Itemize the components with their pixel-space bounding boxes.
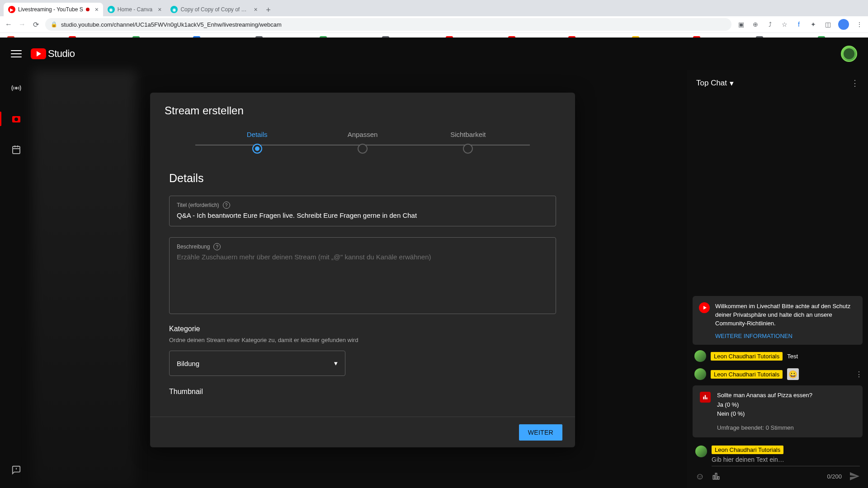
stepper: Details Anpassen Sichtbarkeit (150, 122, 575, 159)
create-stream-modal: Stream erstellen Details Anpassen (150, 93, 575, 447)
next-button[interactable]: WEITER (519, 424, 562, 441)
poll-icon (700, 392, 711, 403)
youtube-studio-app: Studio Stream erstellen (0, 38, 868, 488)
description-field[interactable]: Beschreibung ? (169, 237, 556, 314)
url-input[interactable]: 🔒 studio.youtube.com/channel/UC1a5FWVn0g… (45, 18, 731, 31)
youtube-icon (31, 48, 46, 59)
browser-tab-active[interactable]: ▶ Livestreaming - YouTube S × (4, 3, 103, 16)
left-rail (0, 70, 33, 488)
section-title: Details (169, 172, 556, 185)
help-icon[interactable]: ? (223, 202, 230, 209)
share-icon[interactable]: ⤴ (766, 20, 774, 28)
svg-rect-4 (703, 397, 704, 399)
svg-rect-8 (716, 473, 717, 479)
send-icon[interactable] (849, 471, 860, 482)
modal-title: Stream erstellen (150, 93, 575, 122)
tab-strip: ▶ Livestreaming - YouTube S × ◉ Home - C… (0, 0, 868, 16)
author-badge[interactable]: Leon Chaudhari Tutorials (711, 370, 783, 379)
youtube-favicon: ▶ (8, 6, 15, 13)
new-tab-button[interactable]: + (262, 4, 275, 16)
svg-rect-9 (718, 477, 719, 479)
back-icon[interactable]: ← (5, 20, 13, 28)
tab-title: Livestreaming - YouTube S (18, 6, 83, 13)
more-info-link[interactable]: WEITERE INFORMATIONEN (715, 333, 856, 339)
modal-body[interactable]: Details Titel (erforderlich) ? Beschreib… (150, 159, 575, 417)
zoom-icon[interactable]: ⊕ (751, 20, 760, 28)
poll-icon[interactable] (712, 472, 721, 481)
lock-icon: 🔒 (51, 21, 57, 28)
more-icon[interactable]: ⋮ (855, 370, 863, 379)
recording-indicator-icon (86, 8, 90, 11)
toolbar-icons: ▣ ⊕ ⤴ ☆ f ✦ ◫ ⋮ (737, 19, 863, 30)
logo-text: Studio (48, 48, 75, 60)
category-desc: Ordne deinen Stream einer Kategorie zu, … (169, 337, 556, 343)
browser-chrome: ▶ Livestreaming - YouTube S × ◉ Home - C… (0, 0, 868, 38)
chat-header: Top Chat ▾ ⋮ (687, 70, 868, 96)
title-field[interactable]: Titel (erforderlich) ? (169, 196, 556, 226)
webcam-icon[interactable] (7, 110, 25, 128)
user-avatar[interactable] (841, 46, 857, 62)
emoji-picker-icon[interactable]: ☺ (695, 471, 704, 482)
star-icon[interactable]: ☆ (780, 20, 788, 28)
extension-icon[interactable]: f (795, 20, 803, 28)
manage-icon[interactable] (7, 141, 25, 159)
author-badge[interactable]: Leon Chaudhari Tutorials (711, 352, 783, 361)
chat-message: Leon Chaudhari Tutorials Test (693, 349, 863, 363)
chat-mode-selector[interactable]: Top Chat ▾ (696, 79, 734, 88)
step-dot-icon (252, 144, 262, 154)
profile-avatar[interactable] (838, 19, 849, 30)
chevron-down-icon: ▾ (730, 79, 734, 88)
step-visibility[interactable]: Sichtbarkeit (415, 131, 521, 154)
description-input[interactable] (177, 253, 548, 303)
url-text: studio.youtube.com/channel/UC1a5FWVn0gUk… (61, 21, 282, 28)
main-content: Stream erstellen Details Anpassen (33, 70, 687, 488)
puzzle-icon[interactable]: ✦ (809, 20, 817, 28)
poll-card: Sollte man Ananas auf Pizza essen? Ja (0… (693, 385, 863, 437)
studio-logo[interactable]: Studio (31, 48, 75, 60)
hamburger-icon[interactable] (11, 48, 22, 59)
feedback-icon[interactable] (7, 461, 25, 479)
reload-icon[interactable]: ⟳ (32, 20, 40, 28)
poll-option: Ja (0 %) (717, 400, 855, 409)
app-body: Stream erstellen Details Anpassen (0, 70, 868, 488)
svg-point-2 (14, 117, 18, 121)
close-icon[interactable]: × (158, 6, 161, 13)
menu-icon[interactable]: ⋮ (855, 20, 863, 28)
step-details[interactable]: Details (204, 131, 310, 154)
step-dot-icon (463, 144, 473, 154)
chat-input[interactable]: Gib hier deinen Text ein… (712, 456, 860, 466)
chat-panel: Top Chat ▾ ⋮ Willkommen im Livechat! Bit… (687, 70, 868, 488)
svg-rect-6 (706, 398, 707, 399)
chat-message: Leon Chaudhari Tutorials 😀 ⋮ (693, 367, 863, 381)
poll-option: Nein (0 %) (717, 409, 855, 418)
forward-icon[interactable]: → (18, 20, 26, 28)
thumbnail-title: Thumbnail (169, 388, 556, 396)
browser-tab[interactable]: ◉ Home - Canva × (103, 3, 166, 16)
browser-tab[interactable]: ◉ Copy of Copy of Copy of Cop × (166, 3, 262, 16)
stream-icon[interactable] (7, 79, 25, 97)
system-message: Willkommen im Livechat! Bitte achte auf … (693, 296, 863, 345)
char-counter: 0/200 (827, 473, 842, 480)
avatar[interactable] (694, 350, 706, 362)
category-select[interactable]: Bildung ▾ (169, 351, 345, 376)
chat-input-area: Leon Chaudhari Tutorials Gib hier deinen… (687, 441, 868, 488)
canva-favicon: ◉ (170, 6, 178, 13)
svg-rect-3 (13, 146, 20, 154)
avatar[interactable] (694, 368, 706, 380)
message-text: Test (787, 353, 798, 360)
camera-icon[interactable]: ▣ (737, 20, 745, 28)
chat-messages[interactable]: Willkommen im Livechat! Bitte achte auf … (687, 96, 868, 441)
title-input[interactable] (177, 211, 548, 219)
author-badge: Leon Chaudhari Tutorials (712, 446, 783, 454)
close-icon[interactable]: × (95, 6, 99, 13)
step-customize[interactable]: Anpassen (310, 131, 415, 154)
field-label: Titel (erforderlich) ? (177, 202, 548, 209)
more-icon[interactable]: ⋮ (851, 78, 859, 88)
system-text: Willkommen im Livechat! Bitte achte auf … (715, 302, 856, 328)
help-icon[interactable]: ? (213, 243, 221, 250)
avatar[interactable] (695, 446, 707, 457)
tab-title: Copy of Copy of Copy of Cop (180, 6, 248, 13)
close-icon[interactable]: × (254, 6, 257, 13)
svg-rect-7 (713, 475, 715, 479)
sidepanel-icon[interactable]: ◫ (824, 20, 832, 28)
